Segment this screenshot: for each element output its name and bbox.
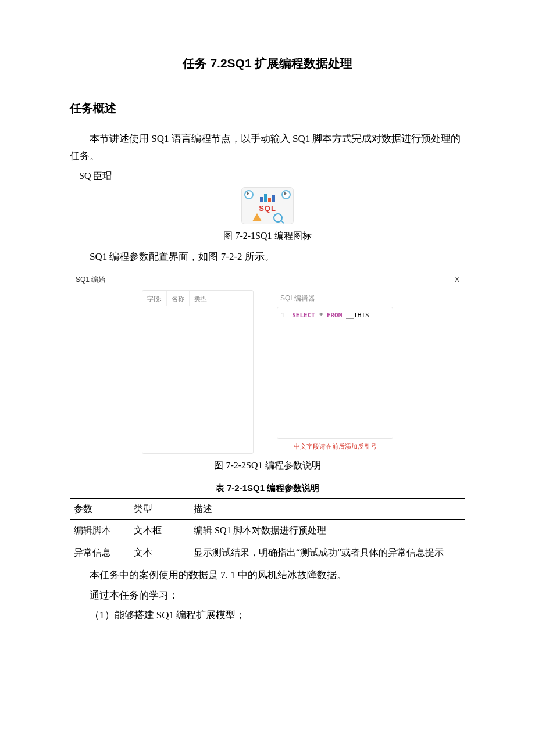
section-heading: 任务概述	[70, 98, 465, 119]
th-type: 类型	[130, 498, 190, 520]
close-icon[interactable]: X	[455, 274, 459, 286]
port-right-icon	[281, 190, 291, 199]
cell-param: 编辑脚本	[70, 520, 130, 542]
fields-col-name: 名称	[167, 291, 190, 306]
params-table: 参数 类型 描述 编辑脚本 文本框 编辑 SQ1 脚本对数据进行预处理 异常信息…	[70, 498, 465, 564]
fields-col-field: 字段:	[142, 291, 167, 306]
table-row: 异常信息 文本 显示测试结果，明确指出“测试成功”或者具体的异常信息提示	[70, 542, 465, 564]
code-tail: __THIS	[346, 311, 369, 319]
sql-icon-box: SQL	[241, 187, 294, 224]
fields-panel: 字段: 名称 类型	[142, 290, 254, 454]
sql-editor-panel: SQL编辑器 1 SELECT * FROM __THIS 中文字段请在前后添加…	[277, 290, 393, 453]
cell-type: 文本框	[130, 520, 190, 542]
paragraph-2: SQ1 编程参数配置界面，如图 7-2-2 所示。	[70, 248, 465, 266]
fields-header-row: 字段: 名称 类型	[142, 291, 253, 306]
th-desc: 描述	[190, 498, 465, 520]
fields-col-type: 类型	[190, 291, 253, 306]
document-page: 任务 7.2SQ1 扩展编程数据处理 任务概述 本节讲述使用 SQ1 语言编程节…	[0, 0, 535, 756]
table-row: 编辑脚本 文本框 编辑 SQ1 脚本对数据进行预处理	[70, 520, 465, 542]
cell-type: 文本	[130, 542, 190, 564]
paragraph-3: 本任务中的案例使用的数据是 7. 1 中的风机结冰故障数据。	[70, 567, 465, 585]
cell-param: 异常信息	[70, 542, 130, 564]
dialog-title: SQ1 编始	[76, 274, 105, 286]
magnifier-icon	[273, 213, 283, 223]
kw-select: SELECT	[292, 311, 315, 319]
sql-code-line: 1 SELECT * FROM __THIS	[281, 310, 389, 321]
sql-editor-title: SQL编辑器	[277, 290, 393, 307]
sq-label: SQ 臣瑁	[79, 168, 465, 185]
code-star: *	[319, 311, 323, 319]
cell-desc: 显示测试结果，明确指出“测试成功”或者具体的异常信息提示	[190, 542, 465, 564]
table-caption: 表 7-2-1SQ1 编程参数说明	[70, 480, 465, 496]
kw-from: FROM	[327, 311, 343, 319]
port-left-icon	[244, 190, 254, 199]
table-header-row: 参数 类型 描述	[70, 498, 465, 520]
line-number: 1	[281, 311, 285, 319]
cell-desc: 编辑 SQ1 脚本对数据进行预处理	[190, 520, 465, 542]
sql-editor-textarea[interactable]: 1 SELECT * FROM __THIS	[277, 307, 393, 439]
warning-triangle-icon	[252, 213, 262, 221]
doc-title: 任务 7.2SQ1 扩展编程数据处理	[70, 52, 465, 74]
figure-2-caption: 图 7-2-2SQ1 编程参数说明	[70, 457, 465, 474]
paragraph-5: （1）能够搭建 SQ1 编程扩展模型；	[70, 607, 465, 625]
dialog-body: 字段: 名称 类型 SQL编辑器 1 SELECT * FROM __THIS …	[70, 290, 465, 454]
editor-hint: 中文字段请在前后添加反引号	[277, 441, 393, 453]
bars-icon	[260, 194, 275, 202]
th-param: 参数	[70, 498, 130, 520]
paragraph-4: 通过本任务的学习：	[70, 587, 465, 605]
dialog-titlebar: SQ1 编始 X	[70, 274, 465, 286]
figure-1-caption: 图 7-2-1SQ1 编程图标	[70, 228, 465, 245]
figure-1-sql-icon: SQL	[70, 187, 465, 224]
paragraph-intro: 本节讲述使用 SQ1 语言编程节点，以手动输入 SQ1 脚本方式完成对数据进行预…	[70, 130, 465, 166]
